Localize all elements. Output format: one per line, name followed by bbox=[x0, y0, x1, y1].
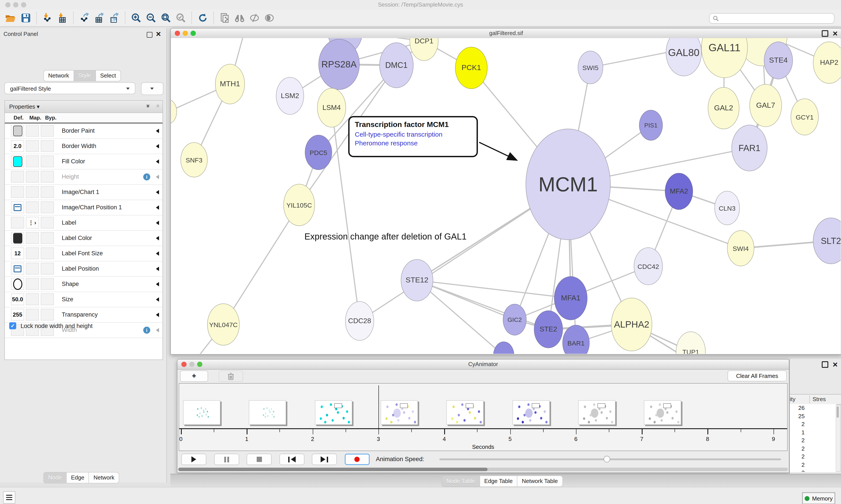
default-value-cell[interactable] bbox=[11, 125, 24, 137]
table-row[interactable]: 26 bbox=[790, 404, 836, 412]
stop-button[interactable] bbox=[247, 454, 272, 465]
node-gcy1[interactable]: GCY1 bbox=[791, 98, 819, 135]
expand-property-icon[interactable] bbox=[156, 190, 159, 194]
timeline-frame-0[interactable] bbox=[183, 400, 220, 425]
node-pdc5[interactable]: PDC5 bbox=[305, 135, 332, 170]
annotation-link[interactable]: Pheromone response bbox=[355, 139, 471, 147]
delete-frame-button[interactable] bbox=[219, 371, 243, 382]
node-mfa2[interactable]: MFA2 bbox=[665, 173, 693, 210]
property-row-size[interactable]: 50.0Size bbox=[5, 292, 162, 307]
node-ste12[interactable]: STE12 bbox=[401, 259, 433, 301]
node-swi4[interactable]: SWI4 bbox=[727, 230, 754, 266]
mapping-cell[interactable] bbox=[26, 140, 39, 152]
default-value-cell[interactable]: 2.0 bbox=[11, 140, 24, 152]
table-scrollbar[interactable] bbox=[836, 405, 841, 472]
export-table-icon[interactable] bbox=[92, 11, 107, 25]
close-window-icon[interactable]: ✕ bbox=[833, 362, 838, 367]
close-panel-icon[interactable]: ✕ bbox=[156, 31, 161, 37]
default-value-cell[interactable]: 50.0 bbox=[11, 293, 24, 305]
column-ity[interactable]: ity bbox=[790, 396, 809, 402]
tab-edge[interactable]: Edge bbox=[67, 472, 89, 483]
node-dmc1[interactable]: DMC1 bbox=[379, 42, 413, 88]
node-mfa1[interactable]: MFA1 bbox=[554, 276, 587, 320]
expand-property-icon[interactable] bbox=[156, 297, 159, 302]
bypass-cell[interactable] bbox=[41, 171, 54, 183]
property-row-label-font-size[interactable]: 12Label Font Size bbox=[5, 246, 162, 262]
expand-property-icon[interactable] bbox=[156, 144, 159, 148]
close-window-icon[interactable]: ✕ bbox=[833, 31, 838, 36]
hide-details-icon[interactable] bbox=[247, 11, 262, 25]
expand-property-icon[interactable] bbox=[156, 175, 159, 179]
default-value-cell[interactable]: 12 bbox=[11, 247, 24, 259]
expand-property-icon[interactable] bbox=[156, 129, 159, 133]
node-gic2[interactable]: GIC2 bbox=[503, 304, 526, 336]
import-network-icon[interactable] bbox=[40, 11, 55, 25]
search-input[interactable] bbox=[719, 15, 826, 22]
timeline[interactable]: Seconds 0123456789 bbox=[179, 383, 788, 451]
timeline-frame-6[interactable] bbox=[578, 400, 615, 425]
zoom-out-icon[interactable] bbox=[144, 11, 159, 25]
scrollbar-thumb[interactable] bbox=[837, 406, 839, 418]
expand-property-icon[interactable] bbox=[156, 282, 159, 286]
slider-handle[interactable] bbox=[604, 456, 610, 463]
expand-property-icon[interactable] bbox=[156, 251, 159, 256]
expand-property-icon[interactable] bbox=[156, 267, 159, 271]
add-frame-button[interactable]: + bbox=[180, 371, 208, 382]
maximize-icon[interactable] bbox=[21, 2, 26, 7]
node-ste4[interactable]: STE4 bbox=[764, 41, 793, 79]
bypass-cell[interactable] bbox=[41, 293, 54, 305]
tab-style[interactable]: Style bbox=[74, 70, 96, 82]
zoom-in-icon[interactable] bbox=[129, 11, 144, 25]
bypass-cell[interactable] bbox=[41, 247, 54, 259]
node-pis1[interactable]: PIS1 bbox=[639, 110, 663, 141]
show-details-icon[interactable] bbox=[262, 11, 277, 25]
table-row[interactable]: 2 bbox=[790, 469, 836, 472]
mapping-cell[interactable] bbox=[26, 278, 39, 290]
mapping-cell[interactable]: ⋮› bbox=[26, 217, 39, 229]
node-alpha2[interactable]: ALPHA2 bbox=[611, 298, 652, 351]
node-lsm4[interactable]: LSM4 bbox=[317, 88, 346, 127]
table-row[interactable]: 1 bbox=[790, 429, 836, 436]
expand-all-icon[interactable]: » bbox=[145, 104, 152, 108]
style-selector[interactable]: galFiltered Style bbox=[4, 82, 135, 94]
property-row-fill-color[interactable]: Fill Color bbox=[5, 154, 162, 169]
maximize-icon[interactable] bbox=[197, 362, 202, 367]
mapping-cell[interactable] bbox=[26, 201, 39, 213]
animation-speed-slider[interactable] bbox=[439, 458, 781, 460]
tab-network-table[interactable]: Network Table bbox=[518, 475, 562, 487]
play-button[interactable] bbox=[181, 454, 206, 465]
mapping-cell[interactable] bbox=[26, 171, 39, 183]
property-row-image-chart-position-1[interactable]: Image/Chart Position 1 bbox=[5, 200, 162, 215]
minimize-icon[interactable] bbox=[183, 31, 188, 36]
timeline-playhead[interactable] bbox=[378, 385, 379, 429]
float-window-icon[interactable] bbox=[147, 32, 153, 38]
table-row[interactable]: 2 bbox=[790, 453, 836, 461]
default-value-cell[interactable] bbox=[11, 278, 24, 290]
cyanimator-titlebar[interactable]: CyAnimator bbox=[177, 360, 789, 370]
float-window-icon[interactable] bbox=[822, 30, 828, 37]
open-session-icon[interactable] bbox=[3, 11, 18, 25]
clear-all-frames-button[interactable]: Clear All Frames bbox=[728, 371, 787, 381]
node-mcm1[interactable]: MCM1 bbox=[526, 129, 611, 240]
canvas-caption[interactable]: Expression change after deletion of GAL1 bbox=[304, 232, 466, 242]
property-row-label[interactable]: ⋮›Label bbox=[5, 215, 162, 231]
node-rps28a[interactable]: RPS28A bbox=[319, 39, 360, 90]
annotation-link[interactable]: Cell-type-specific transcription bbox=[355, 130, 471, 138]
column-stress[interactable]: Stres bbox=[812, 396, 826, 402]
export-image-icon[interactable] bbox=[107, 11, 122, 25]
maximize-icon[interactable] bbox=[191, 31, 196, 36]
timeline-frame-5[interactable] bbox=[512, 400, 550, 425]
timeline-frame-3[interactable] bbox=[381, 400, 418, 425]
node-yil105c[interactable]: YIL105C bbox=[283, 184, 315, 226]
node-swi5[interactable]: SWI5 bbox=[578, 51, 603, 84]
lock-size-checkbox[interactable]: ✓ bbox=[9, 322, 16, 329]
bypass-cell[interactable] bbox=[41, 156, 54, 167]
refresh-view-icon[interactable] bbox=[195, 11, 210, 25]
mapping-cell[interactable] bbox=[26, 125, 39, 137]
minimize-icon[interactable] bbox=[13, 2, 18, 7]
mapping-cell[interactable] bbox=[26, 156, 39, 167]
import-table-icon[interactable] bbox=[55, 11, 70, 25]
node-cdc42[interactable]: CDC42 bbox=[634, 247, 663, 285]
node-far1[interactable]: FAR1 bbox=[732, 125, 767, 171]
property-row-image-chart-1[interactable]: Image/Chart 1 bbox=[5, 185, 162, 200]
